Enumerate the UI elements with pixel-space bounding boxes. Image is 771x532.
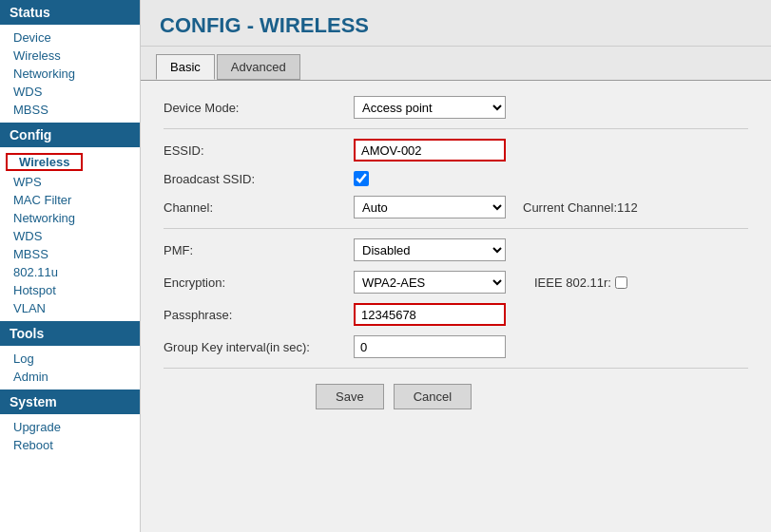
passphrase-control	[354, 303, 506, 326]
sidebar-group-status: Device Wireless Networking WDS MBSS	[0, 25, 140, 123]
tab-advanced[interactable]: Advanced	[217, 54, 300, 80]
page-title: CONFIG - WIRELESS	[141, 0, 771, 47]
button-row: Save Cancel	[164, 384, 748, 409]
ieee-label-text: IEEE 802.11r:	[534, 276, 611, 290]
pmf-control: Disabled Optional Required	[354, 238, 506, 261]
sidebar-item-vlan[interactable]: VLAN	[0, 299, 140, 317]
sidebar-item-device[interactable]: Device	[0, 28, 140, 47]
group-key-control	[354, 335, 506, 358]
sidebar-section-tools: Tools	[0, 321, 140, 346]
cancel-button[interactable]: Cancel	[394, 384, 472, 409]
sidebar-group-tools: Log Admin	[0, 346, 140, 390]
sidebar-item-wireless-status[interactable]: Wireless	[0, 47, 140, 65]
broadcast-ssid-checkbox[interactable]	[354, 171, 369, 186]
sidebar-item-log[interactable]: Log	[0, 350, 140, 368]
sidebar-item-networking-config[interactable]: Networking	[0, 209, 140, 227]
passphrase-input[interactable]	[354, 303, 506, 326]
encryption-row: Encryption: WPA2-AES WPA-TKIP None IEEE …	[164, 271, 748, 294]
ieee-label-container: IEEE 802.11r:	[534, 276, 627, 290]
tab-bar: Basic Advanced	[141, 47, 771, 81]
device-mode-label: Device Mode:	[164, 101, 354, 115]
pmf-label: PMF:	[164, 243, 354, 257]
sidebar-section-system: System	[0, 390, 140, 414]
sidebar-group-config: Wireless WPS MAC Filter Networking WDS M…	[0, 147, 140, 321]
save-button[interactable]: Save	[316, 384, 384, 409]
sidebar-item-admin[interactable]: Admin	[0, 368, 140, 386]
sidebar: Status Device Wireless Networking WDS MB…	[0, 0, 141, 532]
group-key-row: Group Key interval(in sec):	[164, 335, 748, 358]
encryption-select[interactable]: WPA2-AES WPA-TKIP None	[354, 271, 506, 294]
tab-basic[interactable]: Basic	[156, 54, 215, 80]
sidebar-section-config: Config	[0, 123, 140, 147]
separator-2	[164, 228, 748, 229]
essid-control	[354, 139, 506, 162]
main-content: CONFIG - WIRELESS Basic Advanced Device …	[141, 0, 771, 532]
passphrase-row: Passphrase:	[164, 303, 748, 326]
sidebar-item-wds-config[interactable]: WDS	[0, 227, 140, 245]
sidebar-item-mbss-status[interactable]: MBSS	[0, 101, 140, 119]
current-channel-label: Current Channel:112	[523, 200, 638, 215]
sidebar-item-mbss-config[interactable]: MBSS	[0, 245, 140, 263]
essid-input[interactable]	[354, 139, 506, 162]
sidebar-item-80211u[interactable]: 802.11u	[0, 263, 140, 281]
channel-select[interactable]: Auto 1 6 11	[354, 196, 506, 218]
pmf-select[interactable]: Disabled Optional Required	[354, 238, 506, 261]
channel-label: Channel:	[164, 200, 354, 215]
essid-label: ESSID:	[164, 143, 354, 158]
broadcast-ssid-label: Broadcast SSID:	[164, 172, 354, 186]
channel-row: Channel: Auto 1 6 11 Current Channel:112	[164, 196, 748, 218]
sidebar-item-hotspot[interactable]: Hotspot	[0, 281, 140, 299]
separator-1	[164, 128, 748, 129]
encryption-label: Encryption:	[164, 276, 354, 290]
broadcast-ssid-row: Broadcast SSID:	[164, 171, 748, 186]
group-key-label: Group Key interval(in sec):	[164, 340, 354, 354]
sidebar-item-networking-status[interactable]: Networking	[0, 65, 140, 83]
sidebar-item-wireless-config[interactable]: Wireless	[6, 153, 83, 171]
pmf-row: PMF: Disabled Optional Required	[164, 238, 748, 261]
device-mode-row: Device Mode: Access point Station Bridge	[164, 96, 748, 119]
channel-control: Auto 1 6 11 Current Channel:112	[354, 196, 638, 218]
encryption-control: WPA2-AES WPA-TKIP None IEEE 802.11r:	[354, 271, 627, 294]
ieee-checkbox[interactable]	[615, 276, 627, 289]
sidebar-group-system: Upgrade Reboot	[0, 414, 140, 458]
sidebar-item-mac-filter[interactable]: MAC Filter	[0, 191, 140, 209]
form-area: Device Mode: Access point Station Bridge…	[141, 81, 771, 532]
sidebar-item-reboot[interactable]: Reboot	[0, 436, 140, 454]
separator-3	[164, 368, 748, 369]
sidebar-item-upgrade[interactable]: Upgrade	[0, 418, 140, 436]
sidebar-item-wds-status[interactable]: WDS	[0, 83, 140, 101]
essid-row: ESSID:	[164, 139, 748, 162]
device-mode-control: Access point Station Bridge	[354, 96, 506, 119]
group-key-input[interactable]	[354, 335, 506, 358]
device-mode-select[interactable]: Access point Station Bridge	[354, 96, 506, 119]
passphrase-label: Passphrase:	[164, 308, 354, 322]
broadcast-ssid-control	[354, 171, 369, 186]
sidebar-section-status: Status	[0, 0, 140, 25]
sidebar-item-wps[interactable]: WPS	[0, 173, 140, 191]
